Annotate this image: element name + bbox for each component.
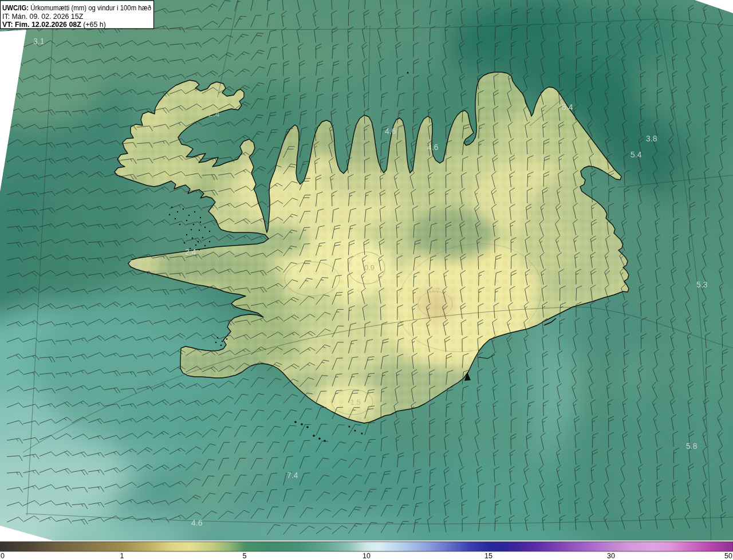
svg-text:VT: Fim. 12.02.2026 08Z (+65 h: VT: Fim. 12.02.2026 08Z (+65 h) — [2, 21, 106, 29]
svg-text:1: 1 — [120, 552, 124, 560]
svg-text:5.3: 5.3 — [696, 280, 708, 289]
svg-text:10: 10 — [362, 552, 371, 560]
svg-text:3.8: 3.8 — [646, 134, 657, 143]
svg-text:15: 15 — [484, 552, 492, 560]
svg-text:5: 5 — [243, 552, 247, 560]
svg-text:0.9: 0.9 — [364, 263, 375, 272]
svg-text:2.2: 2.2 — [129, 258, 139, 267]
svg-text:1.5: 1.5 — [350, 398, 361, 407]
svg-text:7.4: 7.4 — [287, 471, 298, 480]
svg-text:3.1: 3.1 — [33, 37, 45, 46]
svg-text:UWC/IG: Úrkomumætti (mm) og vi: UWC/IG: Úrkomumætti (mm) og vindur i 100… — [2, 3, 151, 12]
svg-text:30: 30 — [607, 552, 615, 560]
svg-text:5.4: 5.4 — [562, 102, 573, 112]
svg-text:50: 50 — [724, 552, 732, 560]
svg-text:IT: Mán. 09. 02. 2026 15Z: IT: Mán. 09. 02. 2026 15Z — [2, 13, 84, 21]
svg-text:4.6: 4.6 — [191, 518, 203, 527]
svg-text:0.7: 0.7 — [429, 286, 440, 295]
svg-text:5.8: 5.8 — [686, 441, 697, 451]
svg-text:4.6: 4.6 — [385, 127, 396, 136]
svg-text:2.4: 2.4 — [208, 109, 220, 119]
svg-text:4.6: 4.6 — [427, 143, 439, 152]
svg-text:5.4: 5.4 — [630, 150, 642, 159]
svg-text:2.4: 2.4 — [185, 247, 196, 257]
svg-text:0: 0 — [1, 552, 5, 560]
